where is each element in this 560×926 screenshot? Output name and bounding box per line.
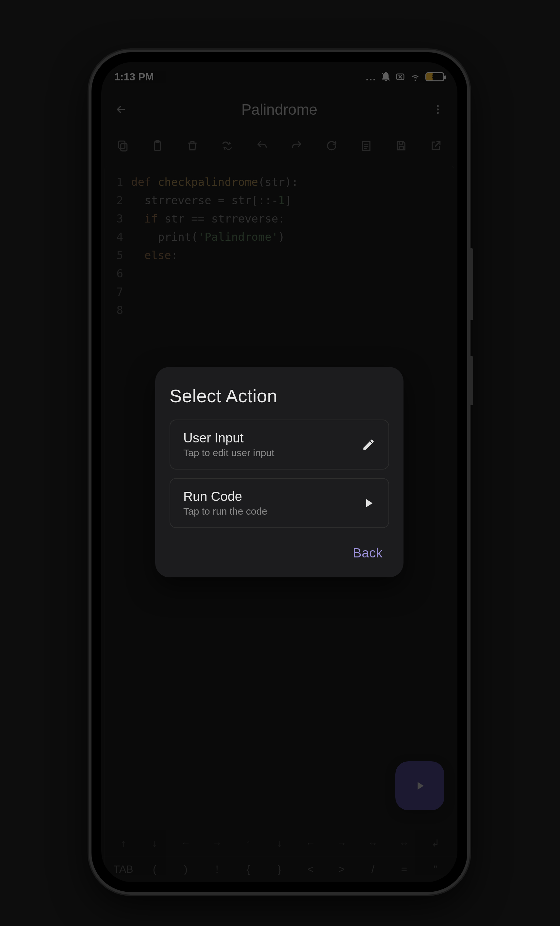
symbol-key[interactable]: /	[361, 863, 384, 875]
line-number: 2	[105, 191, 131, 209]
play-icon	[362, 496, 375, 510]
arrow-key-row: ↑↓←→↑↓←→↔↔↲	[101, 830, 457, 856]
notes-icon	[360, 139, 372, 152]
svg-point-1	[437, 105, 439, 107]
line-number: 6	[105, 264, 131, 283]
undo-button[interactable]	[253, 136, 271, 155]
option-title: Run Code	[183, 489, 267, 504]
battery-percent: 37	[426, 73, 443, 80]
open-external-button[interactable]	[427, 136, 445, 155]
line-number: 7	[105, 283, 131, 301]
code-line: 5 else:	[105, 246, 454, 264]
run-code-option[interactable]: Run Code Tap to run the code	[170, 478, 389, 528]
redo-button[interactable]	[288, 136, 306, 155]
arrow-key[interactable]: →	[206, 838, 229, 849]
symbol-key[interactable]: "	[424, 863, 446, 875]
dialog-back-button[interactable]: Back	[170, 537, 389, 562]
arrow-key[interactable]: ↑	[237, 838, 260, 849]
symbol-key[interactable]: }	[268, 863, 291, 875]
code-content: strreverse = str[::-1]	[131, 191, 291, 209]
save-icon	[395, 139, 407, 152]
code-line: 8	[105, 301, 454, 319]
copy-button[interactable]	[114, 136, 132, 155]
symbol-key[interactable]: >	[330, 863, 353, 875]
arrow-left-icon	[115, 104, 127, 115]
option-subtitle: Tap to run the code	[183, 506, 267, 517]
symbol-key[interactable]: {	[237, 863, 260, 875]
open-external-icon	[430, 139, 442, 152]
app-bar: Palindrome	[101, 91, 457, 127]
back-button[interactable]	[111, 100, 131, 119]
arrow-key[interactable]: ↓	[143, 838, 166, 849]
paste-button[interactable]	[148, 136, 166, 155]
code-line: 7	[105, 283, 454, 301]
symbol-key[interactable]: (	[143, 863, 166, 875]
no-sim-icon	[395, 72, 405, 82]
arrow-key[interactable]: ←	[174, 838, 197, 849]
find-replace-icon	[221, 139, 233, 152]
option-title: User Input	[183, 431, 274, 445]
delete-button[interactable]	[183, 136, 201, 155]
line-number: 4	[105, 228, 131, 246]
more-vertical-icon	[432, 104, 444, 115]
svg-rect-5	[119, 141, 125, 148]
symbol-key[interactable]: )	[174, 863, 197, 875]
wrap-button[interactable]	[357, 136, 375, 155]
symbol-key[interactable]: =	[393, 863, 416, 875]
symbol-key[interactable]: <	[299, 863, 322, 875]
more-button[interactable]	[428, 100, 448, 119]
svg-point-2	[437, 109, 439, 110]
code-line: 4 print('Palindrome')	[105, 228, 454, 246]
phone-volume-button	[469, 248, 473, 320]
arrow-key[interactable]: ↲	[424, 837, 446, 849]
status-time: 1:13 PM	[114, 71, 154, 83]
undo-icon	[256, 139, 268, 152]
trash-icon	[186, 139, 199, 152]
line-number: 3	[105, 209, 131, 228]
user-input-option[interactable]: User Input Tap to edit user input	[170, 419, 389, 469]
page-title: Palindrome	[131, 101, 428, 118]
line-number: 5	[105, 246, 131, 264]
code-line: 6	[105, 264, 454, 283]
arrow-key[interactable]: ↔	[393, 838, 416, 849]
reload-button[interactable]	[322, 136, 341, 155]
symbol-key[interactable]: TAB	[112, 863, 135, 875]
status-bar: 1:13 PM ... 37	[101, 62, 457, 91]
play-icon	[413, 779, 426, 792]
select-action-dialog: Select Action User Input Tap to edit use…	[155, 367, 404, 577]
option-subtitle: Tap to edit user input	[183, 447, 274, 458]
keyboard-accessory: ↑↓←→↑↓←→↔↔↲ TAB()!{}<>/="	[101, 830, 457, 882]
clipboard-icon	[151, 139, 164, 152]
phone-power-button	[469, 356, 473, 405]
arrow-key[interactable]: ←	[299, 838, 322, 849]
line-number: 1	[105, 173, 131, 191]
line-number: 8	[105, 301, 131, 319]
arrow-key[interactable]: ↔	[361, 838, 384, 849]
run-fab[interactable]	[395, 761, 444, 810]
find-replace-button[interactable]	[218, 136, 236, 155]
wifi-icon	[410, 71, 421, 82]
arrow-key[interactable]: ↓	[268, 838, 291, 849]
code-line: 1def checkpalindrome(str):	[105, 173, 454, 191]
svg-rect-4	[121, 144, 127, 151]
status-more-icon: ...	[366, 71, 376, 83]
redo-icon	[291, 139, 303, 152]
phone-frame: 1:13 PM ... 37	[91, 52, 467, 892]
battery-icon: 37	[425, 72, 444, 81]
notifications-off-icon	[381, 72, 391, 82]
arrow-key[interactable]: ↑	[112, 838, 135, 849]
symbol-key[interactable]: !	[206, 863, 229, 875]
screen: 1:13 PM ... 37	[101, 62, 457, 882]
code-content: else:	[131, 246, 178, 264]
dialog-title: Select Action	[170, 385, 389, 407]
save-button[interactable]	[392, 136, 410, 155]
code-content: def checkpalindrome(str):	[131, 173, 298, 191]
code-content: if str == strreverse:	[131, 209, 285, 228]
code-line: 3 if str == strreverse:	[105, 209, 454, 228]
arrow-key[interactable]: →	[330, 838, 353, 849]
symbol-key-row: TAB()!{}<>/="	[101, 856, 457, 882]
pencil-icon	[362, 438, 375, 452]
code-content: print('Palindrome')	[131, 228, 285, 246]
code-line: 2 strreverse = str[::-1]	[105, 191, 454, 209]
reload-icon	[325, 139, 338, 152]
